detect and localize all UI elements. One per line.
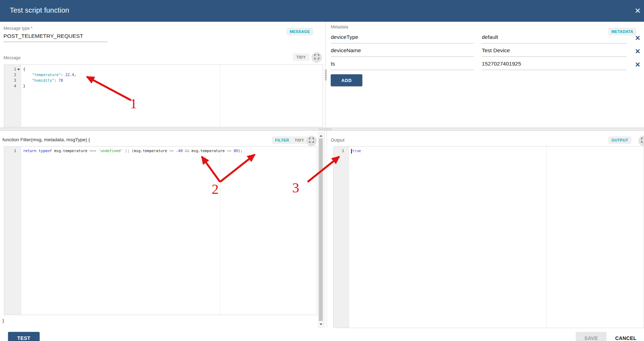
editor-ruler xyxy=(220,65,220,127)
remove-metadata-icon[interactable]: ✕ xyxy=(633,46,643,56)
metadata-label: Metadata xyxy=(331,25,348,29)
editor-code[interactable]: return typeof msg.temperature === 'undef… xyxy=(21,146,317,315)
message-type-input[interactable]: POST_TELEMETRY_REQUEST xyxy=(4,33,108,42)
metadata-key-input[interactable]: ts xyxy=(331,61,474,70)
output-label: Output xyxy=(331,137,344,143)
line-number: 4 xyxy=(4,83,21,89)
code-line[interactable]: "humidity": 78 xyxy=(23,77,323,83)
filter-tidy-button[interactable]: TIDY xyxy=(291,136,308,144)
filter-code-editor[interactable]: 1 return typeof msg.temperature === 'und… xyxy=(4,146,317,315)
vertical-splitter-line xyxy=(327,131,327,328)
filter-function-closing-brace: } xyxy=(2,318,4,323)
horizontal-splitter-handle-icon[interactable] xyxy=(318,128,332,130)
fullscreen-icon xyxy=(314,54,319,61)
metadata-key-input[interactable]: deviceType xyxy=(331,34,474,43)
message-fullscreen-button[interactable] xyxy=(311,52,322,63)
message-badge: MESSAGE xyxy=(287,28,313,35)
message-tidy-button[interactable]: TIDY xyxy=(293,53,309,61)
remove-metadata-icon[interactable]: ✕ xyxy=(633,60,643,69)
editor-ruler xyxy=(220,146,220,315)
close-icon[interactable]: ✕ xyxy=(632,5,643,16)
editor-code[interactable]: true xyxy=(349,146,644,328)
metadata-row: ts1527027401925✕ xyxy=(331,57,644,70)
metadata-rows: deviceTypedefault✕deviceNameTest Device✕… xyxy=(331,30,644,70)
vertical-splitter-handle-icon[interactable] xyxy=(325,69,327,81)
scroll-down-icon[interactable] xyxy=(320,323,322,325)
filter-function-signature: function Filter(msg, metadata, msgType) … xyxy=(2,137,90,142)
line-number: 1 xyxy=(334,148,349,154)
code-line[interactable]: "temperature": 22.4, xyxy=(23,72,323,77)
fold-icon[interactable] xyxy=(17,69,20,70)
message-code-editor[interactable]: 1234 { "temperature": 22.4, "humidity": … xyxy=(4,64,323,127)
line-number: 1 xyxy=(4,66,21,72)
code-line[interactable]: { xyxy=(23,66,323,72)
save-button[interactable]: SAVE xyxy=(576,332,607,341)
dialog-header: Test script function ✕ xyxy=(0,0,644,22)
code-line[interactable]: true xyxy=(351,148,644,154)
filter-fullscreen-button[interactable] xyxy=(306,136,317,146)
add-metadata-button[interactable]: ADD xyxy=(331,74,362,86)
filter-panel-scrollbar[interactable] xyxy=(318,132,323,328)
line-number: 3 xyxy=(4,77,21,83)
editor-ruler xyxy=(546,146,547,328)
line-number: 1 xyxy=(4,148,21,154)
cancel-button[interactable]: CANCEL xyxy=(610,332,641,341)
scrollbar-thumb[interactable] xyxy=(319,138,323,321)
editor-code[interactable]: { "temperature": 22.4, "humidity": 78} xyxy=(21,65,323,127)
metadata-value-input[interactable]: default xyxy=(482,34,626,43)
text-cursor xyxy=(351,149,352,154)
line-number: 2 xyxy=(4,72,21,77)
output-badge: OUTPUT xyxy=(608,136,631,144)
vertical-splitter-line xyxy=(324,131,325,328)
message-editor-label: Message xyxy=(4,55,21,60)
output-fullscreen-button[interactable] xyxy=(638,136,644,146)
filter-badge: FILTER xyxy=(272,136,292,144)
metadata-key-input[interactable]: deviceName xyxy=(331,47,474,57)
test-button[interactable]: TEST xyxy=(8,332,40,341)
code-line[interactable]: } xyxy=(23,83,323,89)
code-line[interactable]: return typeof msg.temperature === 'undef… xyxy=(23,148,317,154)
message-type-label: Message type * xyxy=(4,26,33,31)
fullscreen-icon xyxy=(641,138,644,144)
metadata-row: deviceNameTest Device✕ xyxy=(331,43,644,57)
metadata-value-input[interactable]: 1527027401925 xyxy=(482,61,626,70)
editor-gutter: 1 xyxy=(334,146,349,328)
editor-gutter: 1 xyxy=(4,146,21,315)
output-code-editor[interactable]: 1 true xyxy=(333,146,644,328)
scroll-up-icon[interactable] xyxy=(320,135,322,137)
editor-gutter: 1234 xyxy=(4,65,21,127)
fullscreen-icon xyxy=(309,138,314,144)
metadata-row: deviceTypedefault✕ xyxy=(331,30,644,43)
metadata-value-input[interactable]: Test Device xyxy=(482,47,626,57)
dialog-title: Test script function xyxy=(10,6,69,14)
remove-metadata-icon[interactable]: ✕ xyxy=(633,33,643,43)
